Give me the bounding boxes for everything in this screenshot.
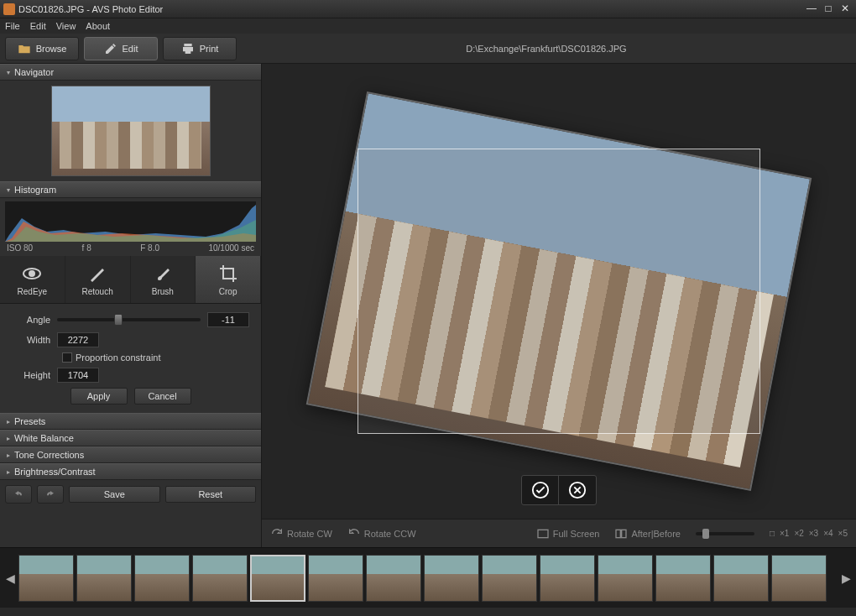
minimize-button[interactable]: — — [804, 3, 819, 15]
filmstrip-prev[interactable]: ◀ — [3, 553, 17, 603]
height-value[interactable]: 1704 — [57, 368, 99, 383]
sidebar: Navigator Histogram ISO 80 f 8 F 8.0 — [0, 64, 262, 547]
canvas[interactable] — [262, 64, 856, 519]
rotate-cw-button[interactable]: Rotate CW — [270, 527, 332, 540]
x-icon — [568, 481, 587, 499]
cancel-button[interactable]: Cancel — [134, 388, 191, 405]
angle-value[interactable]: -11 — [207, 312, 249, 327]
reject-button[interactable] — [559, 476, 596, 504]
crop-icon — [218, 264, 238, 284]
redo-icon — [44, 489, 57, 499]
hist-f2: F 8.0 — [140, 243, 159, 253]
presets-header[interactable]: Presets — [0, 413, 261, 430]
split-icon — [614, 527, 628, 540]
tool-brush[interactable]: Brush — [131, 256, 196, 303]
tool-tabs: RedEye Retouch Brush Crop — [0, 256, 261, 304]
bottom-actions: Save Reset — [0, 480, 261, 509]
undo-icon — [12, 489, 25, 499]
undo-button[interactable] — [5, 485, 32, 504]
afterbefore-button[interactable]: After|Before — [614, 527, 681, 540]
zoom-2x[interactable]: ×2 — [794, 529, 803, 538]
zoom-3x[interactable]: ×3 — [809, 529, 818, 538]
thumbnail[interactable] — [134, 555, 190, 602]
retouch-icon — [87, 264, 107, 284]
tonecorr-header[interactable]: Tone Corrections — [0, 446, 261, 463]
crop-controls: Angle -11 Width 2272 Proportion constrai… — [0, 304, 261, 413]
thumbnail[interactable] — [713, 555, 769, 602]
save-button[interactable]: Save — [69, 486, 160, 503]
edit-label: Edit — [123, 44, 138, 54]
print-label: Print — [200, 44, 219, 54]
thumbnail[interactable] — [366, 555, 421, 602]
confirm-bar — [521, 475, 597, 505]
tool-retouch[interactable]: Retouch — [65, 256, 131, 303]
filmstrip: ◀ ▶ — [0, 547, 856, 608]
histogram-header[interactable]: Histogram — [0, 181, 261, 198]
angle-label: Angle — [12, 315, 50, 325]
apply-button[interactable]: Apply — [70, 388, 128, 405]
hist-f1: f 8 — [82, 243, 91, 253]
menu-about[interactable]: About — [86, 21, 110, 31]
browse-label: Browse — [36, 44, 67, 54]
eye-icon — [22, 264, 42, 284]
thumbnail-list — [18, 555, 838, 602]
menu-file[interactable]: File — [5, 21, 20, 31]
zoom-1x[interactable]: ×1 — [780, 529, 789, 538]
bottom-toolbar: Rotate CW Rotate CCW Full Screen After|B… — [262, 519, 856, 547]
print-button[interactable]: Print — [163, 37, 237, 60]
brush-icon — [153, 264, 173, 284]
whitebalance-header[interactable]: White Balance — [0, 430, 261, 446]
thumbnail[interactable] — [424, 555, 479, 602]
svg-point-1 — [29, 271, 34, 276]
rotate-ccw-icon — [347, 527, 361, 540]
angle-slider[interactable] — [57, 314, 201, 326]
thumbnail[interactable] — [540, 555, 595, 602]
zoom-fit[interactable]: □ — [770, 529, 775, 538]
menu-view[interactable]: View — [56, 21, 76, 31]
thumbnail[interactable] — [598, 555, 653, 602]
thumbnail[interactable] — [76, 555, 132, 602]
maximize-button[interactable]: □ — [821, 3, 836, 15]
window-title: DSC01826.JPG - AVS Photo Editor — [18, 4, 804, 14]
proportion-constraint[interactable]: Proportion constraint — [62, 352, 249, 363]
thumbnail[interactable] — [482, 555, 537, 602]
reset-button[interactable]: Reset — [165, 486, 257, 503]
print-icon — [181, 42, 195, 55]
folder-icon — [18, 42, 31, 55]
thumbnail-selected[interactable] — [250, 555, 305, 602]
svg-rect-6 — [622, 530, 626, 537]
navigator-header[interactable]: Navigator — [0, 64, 261, 81]
filmstrip-next[interactable]: ▶ — [839, 553, 853, 603]
width-value[interactable]: 2272 — [57, 332, 99, 347]
navigator-thumbnail[interactable] — [51, 86, 211, 176]
edit-button[interactable]: Edit — [84, 37, 158, 60]
confirm-button[interactable] — [522, 476, 559, 504]
tool-crop[interactable]: Crop — [196, 256, 261, 303]
pencil-icon — [104, 42, 117, 55]
thumbnail[interactable] — [771, 555, 827, 602]
menu-edit[interactable]: Edit — [30, 21, 46, 31]
thumbnail[interactable] — [18, 555, 74, 602]
brightcont-header[interactable]: Brightness/Contrast — [0, 463, 261, 480]
histogram-chart — [5, 201, 256, 242]
zoom-slider[interactable] — [696, 532, 754, 535]
tool-redeye[interactable]: RedEye — [0, 256, 65, 303]
thumbnail[interactable] — [655, 555, 711, 602]
hist-shutter: 10/1000 sec — [208, 243, 254, 253]
rotate-ccw-button[interactable]: Rotate CCW — [347, 527, 416, 540]
statusbar — [0, 608, 856, 616]
zoom-4x[interactable]: ×4 — [823, 529, 833, 538]
app-icon — [3, 3, 15, 15]
fullscreen-button[interactable]: Full Screen — [536, 527, 600, 540]
photo-preview — [306, 91, 812, 491]
zoom-labels: □ ×1 ×2 ×3 ×4 ×5 — [770, 529, 848, 538]
thumbnail[interactable] — [192, 555, 248, 602]
height-label: Height — [12, 370, 50, 380]
browse-button[interactable]: Browse — [5, 37, 79, 60]
close-button[interactable]: ✕ — [838, 3, 853, 15]
thumbnail[interactable] — [308, 555, 363, 602]
redo-button[interactable] — [37, 485, 64, 504]
main-toolbar: Browse Edit Print D:\Exchange\Frankfurt\… — [0, 34, 856, 64]
zoom-5x[interactable]: ×5 — [838, 529, 848, 538]
width-label: Width — [12, 335, 50, 345]
